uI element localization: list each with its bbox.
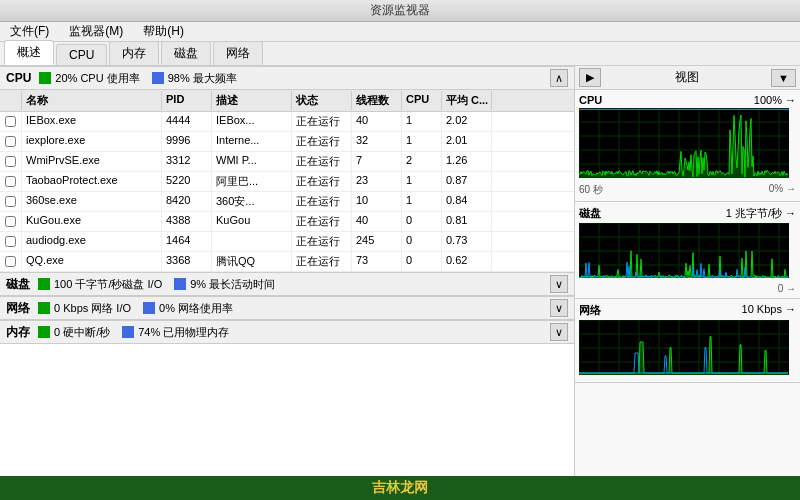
right-view-dropdown-btn[interactable]: ▼ <box>771 69 796 87</box>
memory-stat1-text: 0 硬中断/秒 <box>54 325 110 340</box>
row-checkbox[interactable] <box>0 232 22 251</box>
disk-stat1-dot <box>38 278 50 290</box>
menu-monitor[interactable]: 监视器(M) <box>63 22 129 41</box>
cpu-zero-label: 0% → <box>769 183 796 197</box>
row-checkbox[interactable] <box>0 172 22 191</box>
right-cpu-chart-section: CPU 100% → 60 秒 0% → <box>575 90 800 202</box>
tab-disk[interactable]: 磁盘 <box>161 41 211 65</box>
row-threads: 32 <box>352 132 402 151</box>
tab-overview[interactable]: 概述 <box>4 40 54 65</box>
row-checkbox[interactable] <box>0 112 22 131</box>
table-row[interactable]: KuGou.exe 4388 KuGou 正在运行 40 0 0.81 <box>0 212 574 232</box>
row-pid: 5220 <box>162 172 212 191</box>
network-chart-label-row: 网络 10 Kbps → <box>579 303 796 318</box>
sixty-sec-label: 60 秒 <box>579 183 603 197</box>
row-checkbox[interactable] <box>0 192 22 211</box>
disk-chart-canvas <box>579 223 789 278</box>
row-name: 360se.exe <box>22 192 162 211</box>
row-threads: 23 <box>352 172 402 191</box>
cpu-stats: 20% CPU 使用率 98% 最大频率 <box>39 71 550 86</box>
row-desc: Interne... <box>212 132 292 151</box>
col-cpu[interactable]: CPU <box>402 91 442 110</box>
disk-section-header: 磁盘 100 千字节/秒磁盘 I/O 9% 最长活动时间 ∨ <box>0 272 574 296</box>
table-row[interactable]: audiodg.exe 1464 正在运行 245 0 0.73 <box>0 232 574 252</box>
col-avgcpu[interactable]: 平均 C... <box>442 91 492 110</box>
row-avgcpu: 0.73 <box>442 232 492 251</box>
table-row[interactable]: QQ.exe 3368 腾讯QQ 正在运行 73 0 0.62 <box>0 252 574 272</box>
right-view-label: 视图 <box>675 69 699 86</box>
row-cpu: 0 <box>402 232 442 251</box>
col-threads[interactable]: 线程数 <box>352 91 402 110</box>
cpu-stat2-dot <box>152 72 164 84</box>
row-checkbox[interactable] <box>0 132 22 151</box>
network-stat2: 0% 网络使用率 <box>143 301 233 316</box>
tab-cpu[interactable]: CPU <box>56 44 107 65</box>
col-desc[interactable]: 描述 <box>212 91 292 110</box>
table-row[interactable]: WmiPrvSE.exe 3312 WMI P... 正在运行 7 2 1.26 <box>0 152 574 172</box>
memory-stats: 0 硬中断/秒 74% 已用物理内存 <box>38 325 550 340</box>
row-status: 正在运行 <box>292 132 352 151</box>
row-threads: 40 <box>352 212 402 231</box>
col-pid[interactable]: PID <box>162 91 212 110</box>
tab-network[interactable]: 网络 <box>213 41 263 65</box>
watermark: 吉林龙网 <box>0 476 800 500</box>
title-text: 资源监视器 <box>370 2 430 19</box>
memory-collapse-btn[interactable]: ∨ <box>550 323 568 341</box>
col-check <box>0 91 22 110</box>
row-cpu: 1 <box>402 132 442 151</box>
title-bar: 资源监视器 <box>0 0 800 22</box>
tab-memory[interactable]: 内存 <box>109 41 159 65</box>
row-pid: 4444 <box>162 112 212 131</box>
row-name: KuGou.exe <box>22 212 162 231</box>
row-name: iexplore.exe <box>22 132 162 151</box>
network-stat1: 0 Kbps 网络 I/O <box>38 301 131 316</box>
cpu-collapse-btn[interactable]: ∧ <box>550 69 568 87</box>
table-row[interactable]: 360se.exe 8420 360安... 正在运行 10 1 0.84 <box>0 192 574 212</box>
row-pid: 8420 <box>162 192 212 211</box>
cpu-table-header: 名称 PID 描述 状态 线程数 CPU 平均 C... <box>0 90 574 112</box>
col-status[interactable]: 状态 <box>292 91 352 110</box>
network-stat1-text: 0 Kbps 网络 I/O <box>54 301 131 316</box>
table-row[interactable]: TaobaoProtect.exe 5220 阿里巴... 正在运行 23 1 … <box>0 172 574 192</box>
table-row[interactable]: IEBox.exe 4444 IEBox... 正在运行 40 1 2.02 <box>0 112 574 132</box>
right-panel: ▶ 视图 ▼ CPU 100% → 60 秒 0% → 磁盘 1 兆字节/秒 → <box>575 66 800 500</box>
right-network-chart-section: 网络 10 Kbps → <box>575 299 800 383</box>
row-threads: 245 <box>352 232 402 251</box>
memory-stat2-dot <box>122 326 134 338</box>
row-desc: IEBox... <box>212 112 292 131</box>
row-desc <box>212 232 292 251</box>
menu-help[interactable]: 帮助(H) <box>137 22 190 41</box>
disk-collapse-btn[interactable]: ∨ <box>550 275 568 293</box>
main-content: CPU 20% CPU 使用率 98% 最大频率 ∧ 名称 PID 描述 状态 … <box>0 66 800 500</box>
memory-section-header: 内存 0 硬中断/秒 74% 已用物理内存 ∨ <box>0 320 574 344</box>
disk-stat2-text: 9% 最长活动时间 <box>190 277 275 292</box>
row-status: 正在运行 <box>292 112 352 131</box>
cpu-table-body: IEBox.exe 4444 IEBox... 正在运行 40 1 2.02 i… <box>0 112 574 272</box>
row-pid: 9996 <box>162 132 212 151</box>
network-collapse-btn[interactable]: ∨ <box>550 299 568 317</box>
row-desc: 阿里巴... <box>212 172 292 191</box>
right-expand-btn[interactable]: ▶ <box>579 68 601 87</box>
cpu-chart-label-row: CPU 100% → <box>579 94 796 106</box>
disk-section-title: 磁盘 <box>6 276 30 293</box>
row-threads: 40 <box>352 112 402 131</box>
row-threads: 7 <box>352 152 402 171</box>
network-section-header: 网络 0 Kbps 网络 I/O 0% 网络使用率 ∨ <box>0 296 574 320</box>
col-name[interactable]: 名称 <box>22 91 162 110</box>
right-cpu-label: CPU <box>579 94 602 106</box>
network-stats: 0 Kbps 网络 I/O 0% 网络使用率 <box>38 301 550 316</box>
menu-file[interactable]: 文件(F) <box>4 22 55 41</box>
row-checkbox[interactable] <box>0 252 22 271</box>
row-name: TaobaoProtect.exe <box>22 172 162 191</box>
tab-bar: 概述 CPU 内存 磁盘 网络 <box>0 42 800 66</box>
memory-section-title: 内存 <box>6 324 30 341</box>
right-cpu-value: 100% → <box>754 94 796 106</box>
disk-stat1-text: 100 千字节/秒磁盘 I/O <box>54 277 162 292</box>
disk-stat2: 9% 最长活动时间 <box>174 277 275 292</box>
table-row[interactable]: iexplore.exe 9996 Interne... 正在运行 32 1 2… <box>0 132 574 152</box>
row-status: 正在运行 <box>292 152 352 171</box>
row-checkbox[interactable] <box>0 212 22 231</box>
row-checkbox[interactable] <box>0 152 22 171</box>
row-desc: 360安... <box>212 192 292 211</box>
row-status: 正在运行 <box>292 232 352 251</box>
